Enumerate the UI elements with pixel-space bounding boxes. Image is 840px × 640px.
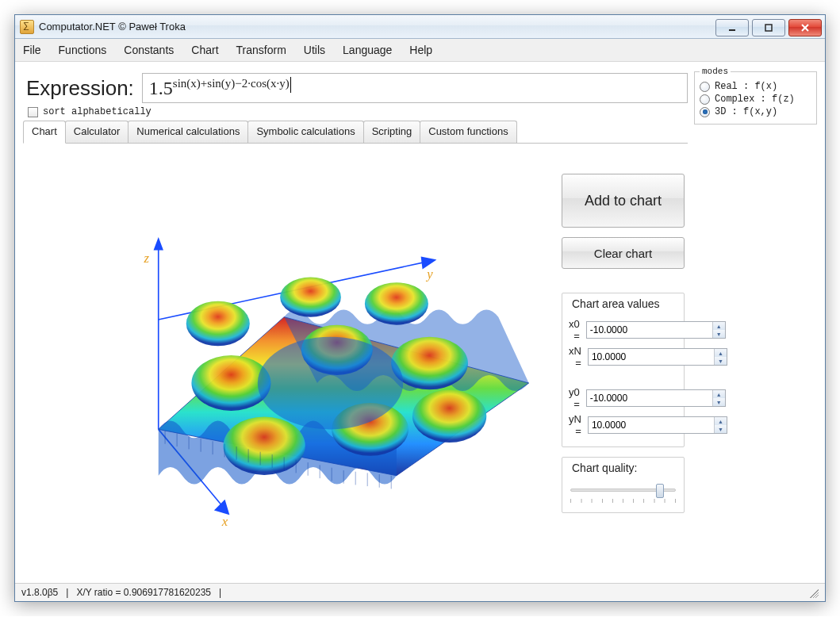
resize-grip-icon[interactable] — [807, 587, 819, 598]
x0-label: x0 = — [569, 318, 580, 342]
menu-utils[interactable]: Utils — [304, 44, 325, 56]
sort-label: sort alphabetically — [43, 106, 152, 117]
checkbox-icon — [28, 107, 38, 117]
radio-icon — [700, 94, 710, 105]
expression-exponent: sin(x)+sin(y)−2·cos(x·y) — [173, 77, 290, 90]
close-icon — [800, 23, 810, 33]
tab-symbolic[interactable]: Symbolic calculations — [247, 121, 363, 143]
tab-custom-functions[interactable]: Custom functions — [420, 121, 516, 143]
svg-point-17 — [186, 301, 250, 347]
radio-icon — [700, 107, 710, 117]
chart-area-title: Chart area values — [569, 297, 663, 310]
add-to-chart-button[interactable]: Add to chart — [562, 174, 685, 228]
tabstrip: Chart Calculator Numerical calculations … — [23, 121, 688, 144]
svg-point-14 — [412, 389, 486, 443]
slider-ticks: ||||||||||| — [570, 498, 676, 503]
menu-chart[interactable]: Chart — [191, 44, 218, 56]
titlebar: Computator.NET © Paweł Troka — [15, 15, 825, 39]
modes-legend: modes — [700, 67, 731, 76]
quality-slider[interactable] — [570, 489, 676, 492]
menu-file[interactable]: File — [23, 44, 41, 56]
expression-input[interactable]: 1.5sin(x)+sin(y)−2·cos(x·y) — [142, 73, 688, 103]
sort-alphabetically-checkbox[interactable]: sort alphabetically — [28, 106, 688, 117]
svg-point-18 — [280, 278, 341, 317]
svg-marker-5 — [155, 239, 163, 249]
svg-point-19 — [365, 282, 428, 324]
menu-help[interactable]: Help — [409, 44, 432, 56]
chart-quality-label: Chart quality: — [569, 462, 640, 474]
status-ratio: X/Y ratio = 0.906917781620235 — [76, 587, 211, 598]
mode-3d[interactable]: 3D : f(x,y) — [700, 106, 811, 117]
tab-scripting[interactable]: Scripting — [363, 121, 421, 143]
status-sep2: | — [219, 587, 221, 598]
maximize-button[interactable] — [752, 19, 785, 36]
mode-complex[interactable]: Complex : f(z) — [700, 94, 811, 105]
svg-point-15 — [223, 417, 305, 475]
axis-z-label: z — [143, 251, 149, 266]
status-version: v1.8.0β5 — [21, 587, 58, 598]
menu-constants[interactable]: Constants — [124, 44, 174, 56]
svg-rect-1 — [765, 25, 772, 31]
mode-real[interactable]: Real : f(x) — [700, 81, 811, 92]
y0-label: y0 = — [569, 386, 580, 410]
axis-x-label: x — [221, 514, 228, 529]
text-caret — [290, 77, 291, 93]
svg-marker-7 — [215, 500, 228, 514]
slider-thumb[interactable] — [656, 484, 664, 498]
status-sep: | — [66, 587, 68, 598]
xn-label: xN = — [569, 345, 581, 369]
yn-label: yN = — [569, 413, 581, 437]
statusbar: v1.8.0β5 | X/Y ratio = 0.906917781620235… — [15, 583, 825, 601]
expression-base: 1.5 — [149, 78, 173, 99]
menu-transform[interactable]: Transform — [236, 44, 286, 56]
menubar: File Functions Constants Chart Transform… — [15, 39, 825, 62]
maximize-icon — [764, 23, 773, 33]
tab-numerical[interactable]: Numerical calculations — [128, 121, 248, 143]
app-icon — [20, 20, 34, 34]
app-window: Computator.NET © Paweł Troka File Functi… — [14, 14, 826, 602]
minimize-button[interactable] — [715, 19, 749, 36]
minimize-icon — [727, 23, 737, 33]
chart-quality-group: Chart quality: ||||||||||| — [562, 457, 685, 513]
expression-label: Expression: — [26, 76, 134, 101]
chart-area-values-group: Chart area values x0 = ▲▼ xN = ▲▼ y0 = ▲… — [562, 293, 685, 447]
mode-complex-label: Complex : f(z) — [715, 94, 795, 105]
close-button[interactable] — [788, 19, 822, 36]
tab-calculator[interactable]: Calculator — [65, 121, 129, 143]
window-buttons — [715, 17, 825, 36]
tab-chart[interactable]: Chart — [23, 121, 66, 144]
menu-language[interactable]: Language — [343, 44, 392, 56]
add-to-chart-label: Add to chart — [585, 193, 662, 209]
axis-y-label: y — [425, 266, 433, 282]
mode-real-label: Real : f(x) — [715, 81, 777, 92]
menu-functions[interactable]: Functions — [59, 44, 107, 56]
svg-point-20 — [258, 337, 403, 430]
modes-group: modes Real : f(x) Complex : f(z) 3D : f(… — [694, 67, 817, 125]
window-title: Computator.NET © Paweł Troka — [39, 21, 186, 33]
chart-3d-surface[interactable]: z x y — [26, 147, 555, 580]
mode-3d-label: 3D : f(x,y) — [715, 106, 777, 117]
radio-icon — [700, 82, 710, 92]
clear-chart-label: Clear chart — [594, 247, 652, 260]
clear-chart-button[interactable]: Clear chart — [562, 237, 685, 269]
